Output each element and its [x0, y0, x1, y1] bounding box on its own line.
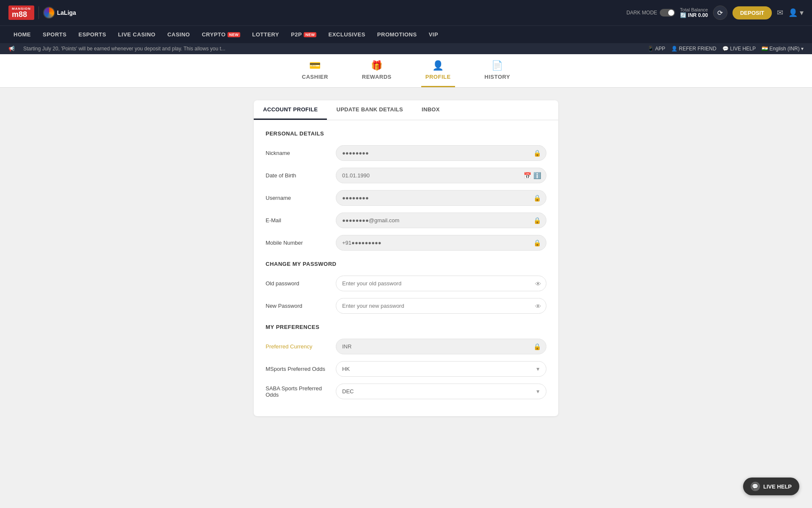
- form-content: PERSONAL DETAILS Nickname 🔒 Date of Birt…: [254, 120, 558, 416]
- m88-logo: MANSION m88: [8, 6, 34, 20]
- live-help-icon: 💬: [751, 482, 760, 491]
- laliga-text: LaLiga: [57, 9, 76, 16]
- saba-odds-select[interactable]: DEC HK MY US: [336, 384, 546, 399]
- sub-tab-inbox[interactable]: INBOX: [412, 100, 449, 120]
- ticker-live-help-link[interactable]: 💬 LIVE HELP: [722, 46, 756, 52]
- sub-tab-bank-details[interactable]: UPDATE BANK DETAILS: [327, 100, 412, 120]
- new-password-label: New Password: [266, 303, 329, 309]
- top-nav-right: DARK MODE Total Balance 🔄 INR 0.00 ⟳ DEP…: [626, 6, 804, 20]
- preferred-currency-input: [336, 339, 546, 354]
- nav-item-vip[interactable]: VIP: [424, 28, 443, 41]
- crypto-new-badge: NEW: [228, 32, 241, 37]
- cashier-icon: 💳: [309, 60, 321, 71]
- dob-icons: 📅 ℹ️: [524, 172, 541, 179]
- refresh-button[interactable]: ⟳: [713, 6, 727, 20]
- toggle-knob: [668, 10, 674, 16]
- email-input-wrap: 🔒: [336, 213, 546, 228]
- nickname-input[interactable]: [336, 145, 546, 161]
- sub-tabs: ACCOUNT PROFILE UPDATE BANK DETAILS INBO…: [254, 100, 558, 120]
- nickname-input-wrap: 🔒: [336, 145, 546, 161]
- username-row: Username 🔒: [266, 190, 546, 206]
- ticker-language-selector[interactable]: 🇮🇳 English (INR) ▾: [762, 46, 804, 52]
- live-help-button[interactable]: 💬 LIVE HELP: [743, 478, 799, 495]
- ticker-actions: 📱 APP 👤 REFER FRIEND 💬 LIVE HELP 🇮🇳 Engl…: [647, 46, 804, 52]
- nav-item-home[interactable]: HOME: [8, 28, 36, 41]
- old-password-row: Old password 👁: [266, 276, 546, 291]
- nickname-label: Nickname: [266, 150, 329, 156]
- preferred-currency-input-wrap: 🔒: [336, 339, 546, 354]
- msports-odds-label: MSports Preferred Odds: [266, 366, 329, 372]
- rewards-icon: 🎁: [371, 60, 383, 71]
- email-row: E-Mail 🔒: [266, 213, 546, 228]
- new-password-input[interactable]: [336, 298, 546, 314]
- mobile-row: Mobile Number 🔒: [266, 235, 546, 251]
- tab-history[interactable]: 📄 HISTORY: [480, 60, 515, 87]
- dob-label: Date of Birth: [266, 172, 329, 179]
- username-input-wrap: 🔒: [336, 190, 546, 206]
- username-label: Username: [266, 195, 329, 201]
- username-lock-icon: 🔒: [533, 194, 541, 202]
- mobile-lock-icon: 🔒: [533, 239, 541, 247]
- nav-item-live-casino[interactable]: LIVE CASINO: [113, 28, 161, 41]
- history-icon: 📄: [491, 60, 503, 71]
- nav-item-promotions[interactable]: PROMOTIONS: [372, 28, 422, 41]
- user-account-icon[interactable]: 👤 ▾: [788, 8, 804, 17]
- logo-sub: MANSION: [12, 7, 31, 11]
- mobile-input[interactable]: [336, 235, 546, 251]
- change-password-title: CHANGE MY PASSWORD: [266, 261, 546, 267]
- ticker-text: Starting July 20, 'Points' will be earne…: [23, 46, 639, 52]
- mail-icon[interactable]: ✉: [777, 8, 783, 17]
- ticker-app-link[interactable]: 📱 APP: [647, 46, 665, 52]
- top-navigation: MANSION m88 LaLiga DARK MODE Total Balan…: [0, 0, 812, 25]
- nav-item-sports[interactable]: SPORTS: [38, 28, 71, 41]
- saba-odds-label: SABA Sports Preferred Odds: [266, 385, 329, 398]
- old-password-eye-icon[interactable]: 👁: [535, 280, 541, 287]
- saba-odds-row: SABA Sports Preferred Odds DEC HK MY US …: [266, 384, 546, 399]
- tab-history-label: HISTORY: [485, 74, 510, 80]
- live-help-label: LIVE HELP: [763, 483, 792, 490]
- preferred-currency-lock-icon: 🔒: [533, 343, 541, 351]
- tab-profile[interactable]: 👤 PROFILE: [421, 60, 455, 87]
- tab-cashier[interactable]: 💳 CASHIER: [298, 60, 332, 87]
- nav-item-crypto[interactable]: CRYPTO NEW: [197, 28, 245, 41]
- tab-profile-label: PROFILE: [425, 74, 451, 80]
- new-password-eye-icon[interactable]: 👁: [535, 302, 541, 309]
- old-password-input[interactable]: [336, 276, 546, 291]
- laliga-logo: LaLiga: [43, 7, 76, 19]
- balance-area: Total Balance 🔄 INR 0.00: [680, 7, 708, 18]
- nav-item-esports[interactable]: ESPORTS: [73, 28, 111, 41]
- email-input[interactable]: [336, 213, 546, 228]
- profile-icon: 👤: [432, 60, 444, 71]
- dark-mode-label: DARK MODE: [626, 10, 657, 16]
- nickname-lock-icon: 🔒: [533, 149, 541, 157]
- nickname-row: Nickname 🔒: [266, 145, 546, 161]
- msports-odds-select-wrap: HK EU MY US ID ▼: [336, 361, 546, 377]
- mobile-input-wrap: 🔒: [336, 235, 546, 251]
- nav-item-p2p[interactable]: P2P NEW: [286, 28, 322, 41]
- new-password-input-wrap: 👁: [336, 298, 546, 314]
- p2p-new-badge: NEW: [304, 32, 317, 37]
- email-label: E-Mail: [266, 217, 329, 224]
- dob-input[interactable]: [336, 168, 546, 183]
- saba-odds-select-wrap: DEC HK MY US ▼: [336, 384, 546, 399]
- dob-row: Date of Birth 📅 ℹ️: [266, 168, 546, 183]
- nav-item-exclusives[interactable]: EXCLUSIVES: [323, 28, 370, 41]
- logo-area: MANSION m88 LaLiga: [8, 6, 76, 20]
- personal-details-title: PERSONAL DETAILS: [266, 130, 546, 137]
- page-tabs-bar: 💳 CASHIER 🎁 REWARDS 👤 PROFILE 📄 HISTORY: [0, 54, 812, 88]
- dark-mode-switch[interactable]: [660, 9, 675, 17]
- nav-item-lottery[interactable]: LOTTERY: [247, 28, 284, 41]
- preferences-title: MY PREFERENCES: [266, 324, 546, 330]
- nav-item-casino[interactable]: CASINO: [162, 28, 195, 41]
- deposit-button[interactable]: DEPOSIT: [732, 6, 772, 19]
- dark-mode-toggle[interactable]: DARK MODE: [626, 9, 675, 17]
- new-password-row: New Password 👁: [266, 298, 546, 314]
- msports-odds-select[interactable]: HK EU MY US ID: [336, 361, 546, 377]
- tab-rewards[interactable]: 🎁 REWARDS: [358, 60, 396, 87]
- tab-cashier-label: CASHIER: [302, 74, 328, 80]
- ticker-refer-link[interactable]: 👤 REFER FRIEND: [671, 46, 716, 52]
- preferred-currency-row: Preferred Currency 🔒: [266, 339, 546, 354]
- username-input[interactable]: [336, 190, 546, 206]
- page-content: ACCOUNT PROFILE UPDATE BANK DETAILS INBO…: [254, 100, 558, 416]
- sub-tab-account-profile[interactable]: ACCOUNT PROFILE: [254, 100, 327, 120]
